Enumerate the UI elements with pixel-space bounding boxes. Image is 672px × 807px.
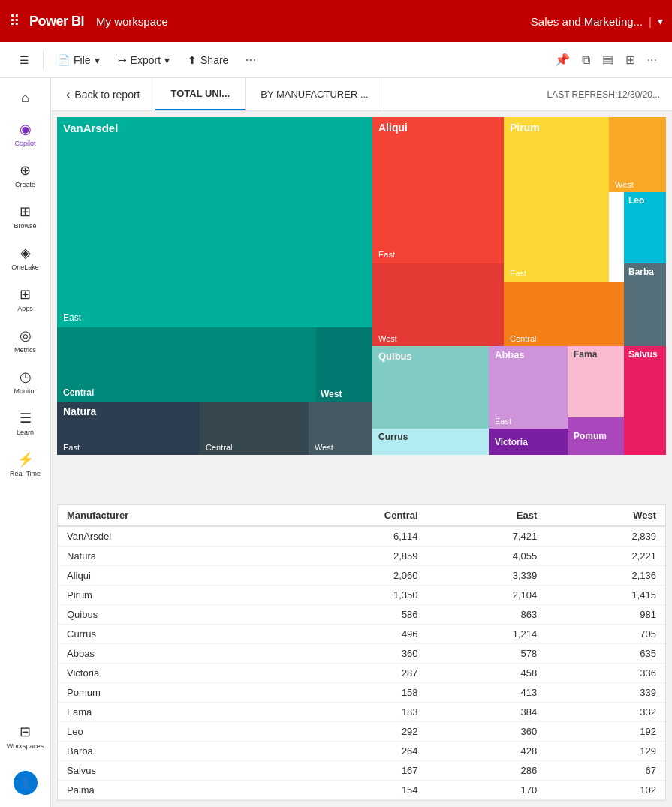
back-to-report-button[interactable]: ‹ Back to report (51, 78, 155, 110)
vanarsdel-central-label: Central (63, 387, 94, 398)
treemap-aliqui[interactable]: Aliqui East (372, 117, 504, 263)
sidebar-item-home[interactable]: ⌂ (2, 84, 50, 112)
title-divider: | (649, 15, 652, 28)
cell-east: 458 (427, 664, 547, 683)
sidebar-item-monitor[interactable]: ◷ Monitor (2, 363, 50, 401)
treemap-vanarsdel-central[interactable]: Central (57, 327, 316, 402)
cell-east: 384 (427, 703, 547, 722)
cell-manufacturer: Barba (58, 742, 282, 761)
copilot-icon: ◉ (20, 121, 32, 137)
cell-east: 286 (427, 761, 547, 781)
treemap-vanarsdel[interactable]: VanArsdel East (57, 117, 372, 327)
treemap-natura[interactable]: Natura East (57, 402, 200, 455)
workspaces-icon: ⊟ (20, 724, 31, 740)
treemap-aliqui-west[interactable]: West (372, 263, 504, 346)
col-manufacturer: Manufacturer (58, 505, 282, 526)
manufacturers-table: Manufacturer Central East West VanArsdel… (58, 505, 665, 800)
tab-by-manufacturer[interactable]: BY MANUFACTURER ... (246, 78, 384, 110)
browse-icon: ⊞ (20, 203, 31, 220)
sidebar-item-learn[interactable]: ☰ Learn (2, 404, 50, 442)
aliqui-east-label: East (378, 250, 498, 259)
treemap-salvus[interactable]: Salvus (624, 346, 666, 455)
export-button[interactable]: ↦ Export ▾ (110, 50, 177, 71)
focus-icon[interactable]: ⊞ (622, 50, 638, 70)
table-row: Victoria287458336 (58, 664, 665, 683)
treemap-vanarsdel-west[interactable]: West (316, 327, 372, 402)
barba-label: Barba (628, 266, 666, 277)
treemap-natura-central[interactable]: Central (200, 402, 309, 455)
sidebar-item-realtime[interactable]: ⚡ Real-Time (2, 445, 50, 483)
create-label: Create (15, 181, 35, 188)
create-icon: ⊕ (20, 162, 31, 179)
workspace-label: My workspace (96, 15, 168, 28)
table-row: Fama183384332 (58, 703, 665, 722)
cell-west: 332 (546, 703, 665, 722)
refresh-label: LAST REFRESH:12/30/20... (547, 89, 660, 100)
treemap-pirum-west[interactable]: West (609, 117, 666, 192)
sidebar-item-apps[interactable]: ⊞ Apps (2, 280, 50, 318)
back-chevron-icon: ‹ (66, 88, 70, 101)
treemap-currus[interactable]: Currus (372, 429, 489, 455)
more-button[interactable]: ··· (239, 49, 262, 71)
treemap-pirum[interactable]: Pirum East (504, 117, 609, 282)
cell-manufacturer: Aliqui (58, 566, 282, 586)
col-central: Central (282, 505, 427, 526)
table-row: Pomum158413339 (58, 683, 665, 703)
filter-icon[interactable]: ▤ (599, 50, 616, 70)
cell-manufacturer: Victoria (58, 664, 282, 683)
duplicate-icon[interactable]: ⧉ (579, 50, 593, 70)
pin-icon[interactable]: 📌 (552, 50, 573, 70)
treemap[interactable]: VanArsdel East Central West Natura East … (57, 117, 666, 455)
last-refresh: LAST REFRESH:12/30/20... (535, 78, 672, 110)
sidebar-item-metrics[interactable]: ◎ Metrics (2, 321, 50, 360)
treemap-victoria[interactable]: Victoria (489, 429, 568, 455)
file-button[interactable]: 📄 File ▾ (50, 50, 107, 71)
monitor-icon: ◷ (20, 369, 32, 385)
cell-west: 339 (546, 683, 665, 703)
currus-label: Currus (378, 432, 483, 442)
cell-west: 336 (546, 664, 665, 683)
treemap-leo[interactable]: Leo (624, 192, 666, 263)
file-icon: 📄 (57, 54, 70, 66)
hamburger-button[interactable]: ☰ (12, 50, 37, 71)
cell-east: 170 (427, 781, 547, 800)
tab2-label: BY MANUFACTURER ... (261, 89, 369, 100)
col-west: West (546, 505, 665, 526)
treemap-fama[interactable]: Fama (568, 346, 624, 417)
data-table-area: Manufacturer Central East West VanArsdel… (57, 504, 666, 801)
sidebar-item-browse[interactable]: ⊞ Browse (2, 197, 50, 236)
sidebar-item-copilot[interactable]: ◉ Copilot (2, 115, 50, 153)
victoria-label: Victoria (495, 437, 528, 447)
monitor-label: Monitor (14, 387, 36, 395)
user-avatar[interactable]: 👤 (2, 765, 50, 801)
pirum-label: Pirum (510, 122, 603, 134)
tab-total-units[interactable]: TOTAL UNI... (155, 78, 246, 110)
pirum-east-label: East (510, 269, 603, 278)
grid-icon[interactable]: ⠿ (9, 12, 20, 30)
table-row: Currus4961,214705 (58, 625, 665, 644)
cell-central: 2,060 (282, 566, 427, 586)
sidebar-item-workspaces[interactable]: ⊟ Workspaces (2, 718, 50, 756)
cell-west: 2,221 (546, 547, 665, 566)
ellipsis-icon[interactable]: ··· (644, 50, 660, 70)
cell-central: 158 (282, 683, 427, 703)
export-icon: ↦ (118, 54, 127, 66)
cell-west: 2,136 (546, 566, 665, 586)
cell-central: 287 (282, 664, 427, 683)
cell-central: 360 (282, 644, 427, 664)
sidebar-item-onelake[interactable]: ◈ OneLake (2, 239, 50, 277)
quibus-label: Quibus (378, 351, 483, 362)
cell-west: 67 (546, 761, 665, 781)
cell-central: 2,859 (282, 547, 427, 566)
treemap-pomum[interactable]: Pomum (568, 417, 624, 455)
treemap-abbas[interactable]: Abbas East (489, 346, 568, 429)
apps-label: Apps (17, 305, 33, 312)
sidebar-item-create[interactable]: ⊕ Create (2, 156, 50, 194)
cell-manufacturer: Leo (58, 722, 282, 742)
treemap-natura-west[interactable]: West (309, 402, 372, 455)
leo-label: Leo (628, 195, 666, 206)
treemap-barba[interactable]: Barba (624, 263, 666, 346)
report-title-area: Sales and Marketing... | ▾ (531, 15, 663, 28)
share-button[interactable]: ⬆ Share (180, 50, 236, 71)
title-chevron[interactable]: ▾ (658, 15, 663, 27)
